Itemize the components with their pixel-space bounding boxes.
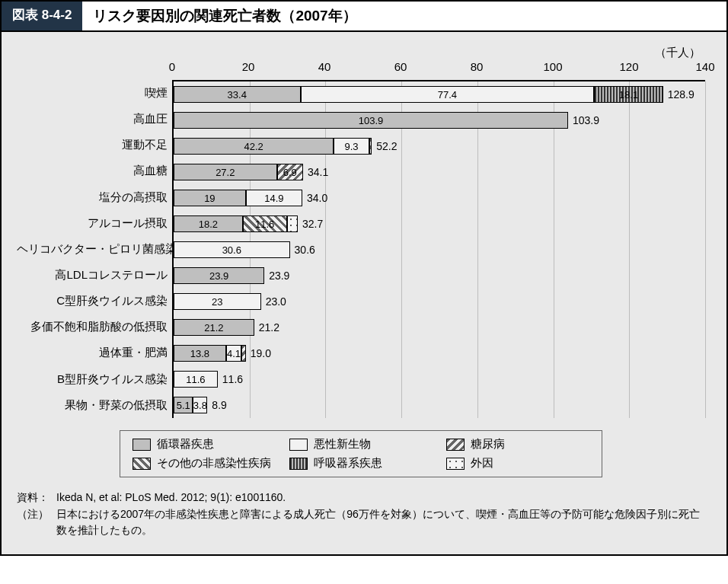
bar-row: 18.211.632.7 [174,211,705,237]
y-tick-label: 多価不飽和脂肪酸の低摂取 [17,314,168,340]
bar-segment-diabetes [241,345,245,362]
legend-item-cardio: 循環器疾患 [133,437,276,452]
legend-label: 循環器疾患 [157,437,214,452]
legend-label: 糖尿病 [471,437,505,452]
x-tick: 80 [471,60,484,73]
bar-row: 33.477.418.1128.9 [174,81,705,107]
x-axis: 020406080100120140 [172,60,705,80]
legend-item-resp: 呼吸器系疾患 [289,456,433,471]
swatch-cardio [133,439,151,451]
segment-value: 27.2 [214,167,236,178]
bar-total: 34.1 [308,166,328,178]
segment-value: 3.8 [192,400,209,411]
bar-total: 19.0 [251,347,271,359]
y-tick-label: B型肝炎ウイルス感染 [17,366,168,392]
bar-segment-cancer: 11.6 [174,371,218,388]
source-text: Ikeda N, et al: PLoS Med. 2012; 9(1): e1… [56,490,286,506]
swatch-cancer [289,439,308,451]
figure-title: リスク要因別の関連死亡者数（2007年） [82,2,726,30]
bar-total: 52.2 [376,140,397,152]
segment-value: 6.9 [282,167,299,178]
y-tick-label: 高LDLコレステロール [17,262,168,288]
bar-row: 103.9103.9 [174,107,705,133]
bar-segment-ext [287,215,298,232]
segment-value: 4.1 [225,348,242,359]
bar-total: 32.7 [302,218,323,230]
y-tick-label: ヘリコバクター・ピロリ菌感染 [17,236,168,262]
segment-value: 21.2 [203,322,225,333]
bar-segment-diabetes [369,138,372,155]
bar-segment-resp: 18.1 [594,86,663,103]
bar-segment-cancer: 30.6 [174,241,290,258]
bar-segment-cardio: 42.2 [174,138,334,155]
segment-value: 11.6 [254,219,276,230]
legend-item-ncd: その他の非感染性疾病 [133,456,276,471]
bar-segment-cardio: 33.4 [174,86,301,103]
bar-total: 30.6 [295,244,315,256]
y-tick-label: アルコール摂取 [17,210,168,236]
figure-frame: 図表 8-4-2 リスク要因別の関連死亡者数（2007年） （千人） 喫煙高血圧… [0,0,728,556]
bar-segment-cardio: 21.2 [174,319,254,336]
segment-value: 14.9 [263,193,285,204]
bar-row: 42.29.352.2 [174,133,705,159]
bar-segment-cancer: 9.3 [334,138,369,155]
bar-segment-cardio: 103.9 [174,112,568,129]
y-tick-label: 喫煙 [17,80,168,106]
bar-row: 13.84.119.0 [174,340,705,366]
bar-segment-ncd: 11.6 [243,215,287,232]
bar-row: 30.630.6 [174,237,705,263]
unit-label: （千人） [655,46,701,60]
title-bar: 図表 8-4-2 リスク要因別の関連死亡者数（2007年） [2,2,726,32]
legend: 循環器疾患 悪性新生物 糖尿病 その他の非感染性疾病 呼吸器系疾患 外因 [120,430,602,477]
bar-segment-diabetes: 6.9 [277,164,303,180]
segment-value: 18.1 [618,89,640,101]
bar-segment-cardio: 23.9 [174,267,264,284]
bar-total: 103.9 [573,114,599,126]
segment-value: 13.8 [189,348,211,359]
y-tick-label: 高血圧 [17,106,168,132]
segment-value: 23.9 [208,270,230,282]
legend-label: その他の非感染性疾病 [157,456,271,471]
segment-value: 5.1 [175,400,192,411]
swatch-ncd [133,458,151,470]
y-tick-label: 高血糖 [17,158,168,183]
note-label: （注） [17,506,49,539]
bar-segment-cardio: 13.8 [174,345,226,362]
segment-value: 77.4 [436,89,458,101]
bar-segment-cancer: 23 [174,293,261,310]
y-tick-label: 果物・野菜の低摂取 [17,392,168,418]
bar-segment-cardio: 27.2 [174,164,277,180]
y-tick-label: C型肝炎ウイルス感染 [17,288,168,314]
y-tick-label: 塩分の高摂取 [17,184,168,210]
segment-value: 18.2 [197,219,219,230]
bar-segment-cancer: 14.9 [246,190,302,206]
bar-segment-cancer: 3.8 [193,397,207,413]
segment-value: 19 [203,193,216,204]
bar-row: 21.221.2 [174,314,705,340]
swatch-resp [289,458,308,470]
bar-total: 23.0 [266,295,286,308]
segment-value: 103.9 [357,115,385,126]
swatch-diabetes [446,439,465,451]
segment-value: 9.3 [343,141,360,152]
bar-row: 2323.0 [174,289,705,314]
bar-total: 8.9 [212,399,226,411]
bar-segment-cardio: 5.1 [174,397,193,413]
bar-segment-cardio: 18.2 [174,215,243,232]
y-tick-label: 運動不足 [17,132,168,158]
segment-value: 33.4 [226,89,248,101]
x-tick: 20 [242,60,255,73]
legend-label: 呼吸器系疾患 [314,456,382,471]
plot: 喫煙高血圧運動不足高血糖塩分の高摂取アルコール摂取ヘリコバクター・ピロリ菌感染高… [17,60,705,418]
source-label: 資料： [17,490,49,506]
swatch-ext [446,458,465,470]
bar-segment-cardio: 19 [174,190,246,206]
figure-number: 図表 8-4-2 [2,2,82,30]
legend-label: 外因 [471,456,493,471]
gridline [705,81,706,418]
y-tick-label: 過体重・肥満 [17,340,168,365]
bar-row: 11.611.6 [174,366,705,392]
bar-total: 11.6 [222,373,243,385]
bar-row: 1914.934.0 [174,185,705,211]
legend-item-cancer: 悪性新生物 [289,437,433,452]
